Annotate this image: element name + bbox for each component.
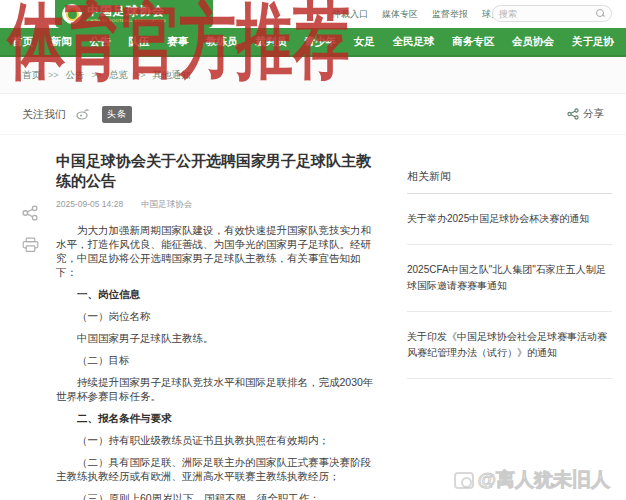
nav-item-members[interactable]: 会员协会 [512,35,554,49]
nav-item-home[interactable]: 首页 [12,35,33,49]
breadcrumb-home[interactable]: 首页 [22,69,41,82]
share-icon [567,108,579,120]
article-body: 为大力加强新周期国家队建设，有效快速提升国家队竞技实力和水平，打造作风优良、能征… [56,223,379,500]
article-paragraph: （一）岗位名称 [56,309,379,323]
nav-item-announcements[interactable]: 公告 [90,35,111,49]
article-paragraph: 中国国家男子足球队主教练。 [56,331,379,345]
breadcrumb-separator: >> [48,70,59,80]
nav-item-referees[interactable]: 裁判员 [255,35,287,49]
article-paragraph: （三）原则上60周岁以下，国籍不限，须全职工作； [56,491,379,500]
cfa-crest-icon [62,4,82,24]
main-content: 中国足球协会关于公开选聘国家男子足球队主教练的公告 2025-09-05 14:… [0,135,626,500]
headline-badge: 头条 [102,106,132,123]
article-meta: 2025-09-05 14:28 中国足球协会 [56,199,379,211]
search-box[interactable] [492,5,612,22]
nav-item-news[interactable]: 新闻 [51,35,72,49]
logo-subtitle: CHINESE FOOTBALL ASSOCIATION [87,19,166,23]
print-icon[interactable] [22,237,39,253]
top-link-report[interactable]: 监督举报 [432,8,468,21]
share-article-icon[interactable] [22,205,38,221]
search-icon[interactable] [596,9,605,18]
follow-us-label: 关注我们 [22,107,66,122]
weibo-icon[interactable] [76,108,90,120]
related-news-title: 相关新闻 [407,169,612,194]
cfa-logo[interactable]: 中国足球协会 CHINESE FOOTBALL ASSOCIATION [55,0,213,28]
breadcrumb: 首页 >> 公告 >> 总览 >> 其他通知 [0,57,626,94]
share-label: 分享 [583,107,604,121]
nav-item-competitions[interactable]: 赛事 [167,35,188,49]
article-paragraph: （一）持有职业级教练员证书且执教执照在有效期内； [56,433,379,447]
top-links: 仲裁入口 媒体专区 监督举报 球员自荐 [332,0,518,28]
main-nav: 首页 新闻 公告 队伍 赛事 教练员 裁判员 青少年 女足 全民足球 商务专区 … [0,28,626,57]
article-paragraph: （二）目标 [56,353,379,367]
related-news-item[interactable]: 关于印发《中国足球协会社会足球赛事活动赛风赛纪管理办法（试行）》的通知 [407,312,612,379]
follow-bar: 关注我们 头条 分享 [0,94,626,135]
breadcrumb-separator: >> [135,70,146,80]
breadcrumb-announcements[interactable]: 公告 [66,69,85,82]
breadcrumb-other-notices[interactable]: 其他通知 [153,69,191,82]
search-input[interactable] [499,9,596,19]
related-news-sidebar: 相关新闻 关于举办2025中国足球协会杯决赛的通知 2025CFA中国之队"北人… [407,135,612,500]
nav-item-teams[interactable]: 队伍 [128,35,149,49]
article: 中国足球协会关于公开选聘国家男子足球队主教练的公告 2025-09-05 14:… [56,135,393,500]
article-section-heading: 二、报名条件与要求 [56,411,379,425]
nav-item-grassroots[interactable]: 全民足球 [393,35,435,49]
article-tools-rail [22,135,56,500]
nav-item-womens[interactable]: 女足 [354,35,375,49]
nav-item-business[interactable]: 商务专区 [452,35,494,49]
breadcrumb-separator: >> [92,70,103,80]
nav-item-youth[interactable]: 青少年 [304,35,336,49]
article-paragraph: 持续提升国家男子足球队竞技水平和国际足联排名，完成2030年世界杯参赛目标任务。 [56,375,379,403]
logo-title: 中国足球协会 [87,5,166,17]
top-link-arbitration[interactable]: 仲裁入口 [332,8,368,21]
nav-item-coaches[interactable]: 教练员 [206,35,238,49]
related-news-item[interactable]: 2025CFA中国之队"北人集团"石家庄五人制足球国际邀请赛赛事通知 [407,245,612,312]
nav-item-about[interactable]: 关于足协 [572,35,614,49]
article-paragraph: 为大力加强新周期国家队建设，有效快速提升国家队竞技实力和水平，打造作风优良、能征… [56,223,379,279]
article-source: 中国足球协会 [141,199,192,211]
article-title: 中国足球协会关于公开选聘国家男子足球队主教练的公告 [56,151,379,190]
article-paragraph: （二）具有国际足联、洲际足联主办的国家队正式赛事决赛阶段主教练执教经历或有欧洲、… [56,455,379,483]
top-bar: 中国足球协会 CHINESE FOOTBALL ASSOCIATION 仲裁入口… [0,0,626,28]
share-button[interactable]: 分享 [567,107,604,121]
related-news-item[interactable]: 关于举办2025中国足球协会杯决赛的通知 [407,194,612,245]
article-date: 2025-09-05 14:28 [56,199,123,211]
article-section-heading: 一、岗位信息 [56,287,379,301]
top-link-media[interactable]: 媒体专区 [382,8,418,21]
breadcrumb-overview[interactable]: 总览 [109,69,128,82]
